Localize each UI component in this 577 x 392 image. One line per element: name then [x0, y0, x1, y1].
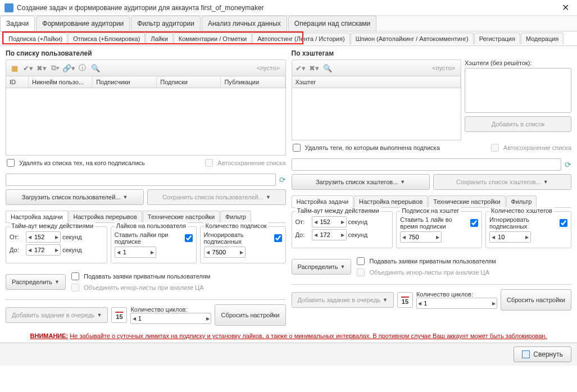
chk-private-requests-r[interactable] — [357, 257, 365, 265]
itab-tech-r[interactable]: Технические настройки — [428, 195, 505, 207]
btn-reset[interactable]: Сбросить настройки — [215, 304, 285, 326]
tab-analysis[interactable]: Анализ личных данных — [202, 16, 287, 31]
spin-cycles[interactable]: ◀▶ — [130, 313, 211, 324]
lbl-autosave-users: Автосохранение списка — [217, 159, 285, 166]
users-settings-tabs: Настройка задачи Настройка перерывов Тех… — [6, 211, 286, 223]
col-hashtag[interactable]: Хэштег — [292, 76, 461, 88]
warning-link[interactable]: Не забывайте о суточных лимитах на подпи… — [70, 332, 547, 339]
chk-private-requests[interactable] — [71, 272, 79, 280]
chk-merge-ignore[interactable] — [71, 284, 79, 291]
btn-reset-r[interactable]: Сбросить настройки — [501, 289, 571, 311]
refresh-icon[interactable]: ⟳ — [565, 160, 571, 169]
lbl-sec1: секунд — [62, 234, 82, 240]
spin-count-r[interactable]: ◀▶ — [489, 231, 531, 243]
chk-merge-ignore-r[interactable] — [357, 268, 365, 276]
itab-tech[interactable]: Технические настройки — [143, 211, 220, 222]
lbl-merge-ignore-r: Объединять игнор-листы при анализе ЦА — [369, 269, 489, 276]
btn-add-queue-r[interactable]: Добавить задание в очередь▼ — [292, 292, 394, 308]
chk-remove-tags[interactable] — [293, 144, 301, 152]
itab-breaks[interactable]: Настройка перерывов — [69, 211, 142, 222]
btn-save-tags[interactable]: Сохранить список хэштегов...▼ — [433, 174, 571, 190]
window-title: Создание задач и формирование аудитории … — [17, 4, 558, 12]
btn-save-users[interactable]: Сохранить список пользователей...▼ — [147, 189, 285, 205]
panel-hashtags: По хэштегам ✔▾ ✖▾ 🔍 <пусто> Хэштег Хэште… — [292, 49, 572, 326]
col-followers[interactable]: Подписчики — [93, 76, 157, 88]
titlebar: Создание задач и формирование аудитории … — [0, 0, 577, 16]
spin-from[interactable]: ◀▶ — [26, 231, 61, 243]
itab-task[interactable]: Настройка задачи — [6, 211, 68, 222]
itab-breaks-r[interactable]: Настройка перерывов — [354, 195, 428, 207]
refresh-icon[interactable]: ⟳ — [279, 175, 286, 184]
chk-ignore-subbed[interactable] — [274, 234, 282, 242]
calendar-icon[interactable]: ▬▬ 15 — [111, 307, 127, 323]
subtab-likes[interactable]: Лайки — [146, 33, 172, 44]
tags-settings-tabs: Настройка задачи Настройка перерывов Тех… — [292, 195, 572, 208]
users-grid-body[interactable] — [6, 88, 286, 156]
spin-to[interactable]: ◀▶ — [26, 244, 61, 256]
subtab-subscribe[interactable]: Подписка (+Лайки) — [3, 33, 67, 44]
subtab-spy[interactable]: Шпион (Автолайкинг / Автокомментинг) — [351, 33, 474, 44]
check-dropdown-icon[interactable]: ✔▾ — [22, 62, 34, 74]
col-following[interactable]: Подписки — [157, 76, 221, 88]
search-icon[interactable]: 🔍 — [321, 62, 334, 74]
btn-collapse[interactable]: Свернуть — [514, 347, 571, 362]
lbl-1like: Ставить 1 лайк во время подписки — [400, 216, 469, 230]
spin-count[interactable]: ◀▶ — [204, 247, 246, 258]
subtab-moderate[interactable]: Модерация — [521, 33, 564, 44]
subtab-comments[interactable]: Комментарии / Отметки — [174, 33, 252, 44]
spin-from-r[interactable]: ◀▶ — [312, 216, 347, 227]
tab-audience[interactable]: Формирование аудитории — [36, 16, 130, 31]
chk-like-on-sub[interactable] — [185, 234, 193, 242]
spin-to-r[interactable]: ◀▶ — [312, 229, 347, 240]
calendar-icon-r[interactable]: ▬▬ 15 — [397, 292, 413, 308]
close-button[interactable]: ✕ — [558, 2, 573, 13]
grp-likes-title: Лайков на пользователя — [115, 222, 188, 229]
btn-add-queue[interactable]: Добавить задание в очередь▼ — [6, 307, 108, 323]
chk-autosave-tags[interactable] — [491, 144, 499, 152]
spin-subs[interactable]: ◀▶ — [400, 231, 442, 243]
subtab-register[interactable]: Регистрация — [474, 33, 520, 44]
lbl-cycles: Количество циклов: — [130, 306, 211, 313]
btn-load-tags[interactable]: Загрузить список хэштегов...▼ — [292, 174, 430, 190]
collapse-icon — [522, 350, 530, 358]
hashtags-textarea[interactable] — [465, 68, 571, 113]
itab-filter-r[interactable]: Фильтр — [506, 195, 537, 207]
spin-likes[interactable]: ◀▶ — [115, 247, 156, 258]
col-posts[interactable]: Публикации — [221, 76, 285, 88]
tab-ops[interactable]: Операции над списками — [288, 16, 376, 31]
tab-tasks[interactable]: Задачи — [0, 16, 35, 31]
lbl-autosave-tags: Автосохранение списка — [503, 144, 571, 151]
info-icon[interactable]: ⓘ — [76, 62, 88, 74]
lbl-remove-subscribed: Удалять из списка тех, на кого подписали… — [19, 159, 145, 166]
btn-distribute-r[interactable]: Распределить▼ — [292, 259, 352, 275]
col-id[interactable]: ID — [6, 76, 29, 88]
spin-cycles-r[interactable]: ◀▶ — [416, 298, 497, 309]
lbl-to-r: До: — [296, 231, 310, 238]
tab-filter[interactable]: Фильтр аудитории — [131, 16, 201, 31]
itab-task-r[interactable]: Настройка задачи — [292, 195, 354, 207]
tags-grid-body[interactable] — [292, 88, 462, 140]
chk-autosave-users[interactable] — [205, 159, 213, 167]
btn-add-hashtag[interactable]: Добавить в список — [465, 116, 571, 132]
chk-ignore-subbed-r[interactable] — [560, 219, 567, 227]
tags-filter-input[interactable] — [292, 158, 562, 171]
subtab-unsubscribe[interactable]: Отписка (+Блокировка) — [68, 33, 145, 44]
users-filter-input[interactable] — [6, 174, 276, 186]
search-icon[interactable]: 🔍 — [89, 62, 102, 74]
lbl-from-r: От: — [296, 218, 310, 225]
chk-remove-subscribed[interactable] — [7, 159, 15, 167]
delete-icon[interactable]: ✖▾ — [35, 62, 48, 74]
col-nickname[interactable]: Никнейм пользо... — [29, 76, 93, 88]
itab-filter[interactable]: Фильтр — [220, 211, 251, 222]
link-icon[interactable]: 🔗▾ — [62, 62, 75, 74]
btn-distribute[interactable]: Распределить▼ — [6, 274, 66, 290]
subtab-autopost[interactable]: Автопостинг (Лента / История) — [252, 33, 349, 44]
check-dropdown-icon[interactable]: ✔▾ — [294, 62, 307, 74]
lbl-private-requests: Подавать заявки приватным пользователям — [84, 273, 210, 280]
lbl-hashtags-input: Хэштеги (без решёток): — [465, 60, 571, 66]
delete-icon[interactable]: ✖▾ — [308, 62, 320, 74]
copy-icon[interactable]: ⧉▾ — [49, 62, 61, 74]
btn-load-users[interactable]: Загрузить список пользователей...▼ — [6, 189, 144, 205]
grid-icon[interactable]: ▦ — [8, 62, 21, 74]
chk-1like[interactable] — [470, 219, 478, 227]
